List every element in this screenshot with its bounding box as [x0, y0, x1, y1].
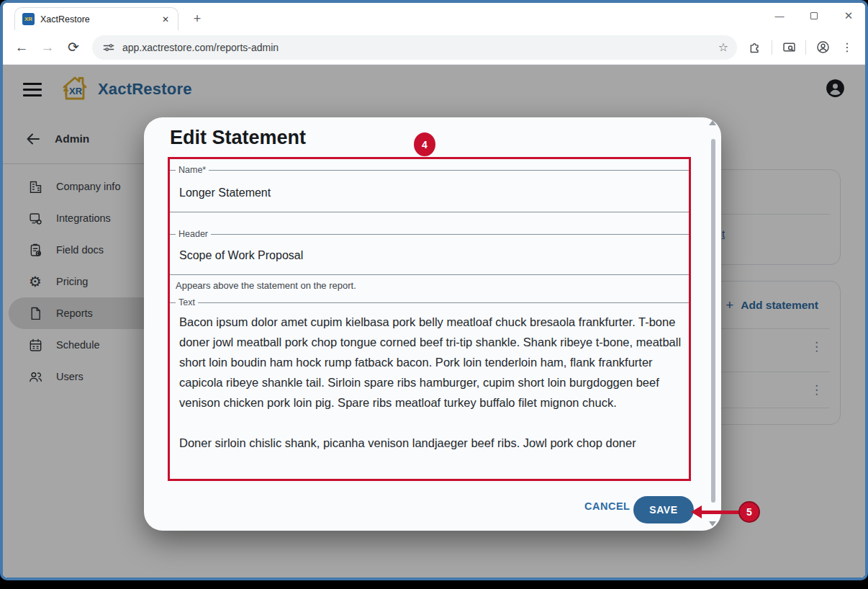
header-field-label: Header [170, 229, 689, 239]
edit-statement-dialog: Edit Statement Name* Longer Statement He… [144, 117, 721, 531]
tab-close-icon[interactable]: ✕ [159, 13, 172, 26]
close-button[interactable]: ✕ [836, 6, 861, 26]
tab-strip: XR XactRestore ✕ + — ✕ [3, 3, 865, 30]
field-underline [170, 212, 689, 212]
name-field-input[interactable]: Longer Statement [170, 186, 689, 199]
browser-tab[interactable]: XR XactRestore ✕ [14, 7, 178, 30]
reload-button[interactable]: ⟳ [62, 36, 85, 59]
header-field-input[interactable]: Scope of Work Proposal [170, 249, 689, 262]
annotation-arrow [701, 511, 740, 514]
site-info-icon[interactable] [101, 40, 117, 55]
tab-search-icon[interactable] [778, 37, 800, 58]
bookmark-star-icon[interactable]: ☆ [714, 38, 733, 57]
tab-title: XactRestore [40, 14, 159, 24]
profile-icon[interactable] [812, 37, 833, 58]
annotation-step-5: 5 [738, 501, 760, 523]
extensions-icon[interactable] [744, 37, 766, 58]
browser-toolbar: ← → ⟳ app.xactrestore.com/reports-admin … [3, 30, 865, 65]
toolbar-divider [805, 40, 806, 55]
favicon-icon: XR [22, 13, 35, 25]
dialog-title: Edit Statement [170, 127, 306, 149]
scroll-down-icon[interactable] [709, 521, 716, 526]
cancel-button[interactable]: CANCEL [584, 500, 630, 512]
annotation-step-4: 4 [414, 132, 435, 156]
scroll-up-icon[interactable] [709, 120, 716, 125]
name-field-label: Name* [170, 165, 689, 175]
maximize-icon [810, 12, 818, 19]
forward-button: → [36, 36, 59, 59]
annotation-highlight-box: Name* Longer Statement Header Scope of W… [168, 157, 691, 481]
annotation-arrowhead-icon [691, 505, 702, 518]
save-button[interactable]: SAVE [633, 496, 694, 523]
browser-menu-icon[interactable]: ⋮ [836, 37, 858, 58]
text-field-label: Text [170, 297, 689, 307]
address-bar[interactable]: app.xactrestore.com/reports-admin ☆ [92, 35, 737, 60]
maximize-button[interactable] [802, 6, 826, 26]
header-field-helper: Appears above the statement on the repor… [170, 280, 689, 291]
text-field-input[interactable]: Bacon ipsum dolor amet cupim kielbasa po… [170, 312, 689, 453]
modal-scrollbar-thumb[interactable] [711, 139, 715, 503]
toolbar-divider [772, 40, 772, 55]
field-underline [170, 274, 689, 275]
minimize-button[interactable]: — [767, 6, 792, 26]
window-controls: — ✕ [767, 6, 861, 26]
browser-window: XR XactRestore ✕ + — ✕ ← → ⟳ app.xactres… [0, 0, 868, 580]
new-tab-button[interactable]: + [189, 10, 206, 27]
url-text[interactable]: app.xactrestore.com/reports-admin [122, 42, 714, 53]
page-viewport: XR XactRestore Admin [3, 65, 865, 577]
back-button[interactable]: ← [10, 36, 33, 59]
